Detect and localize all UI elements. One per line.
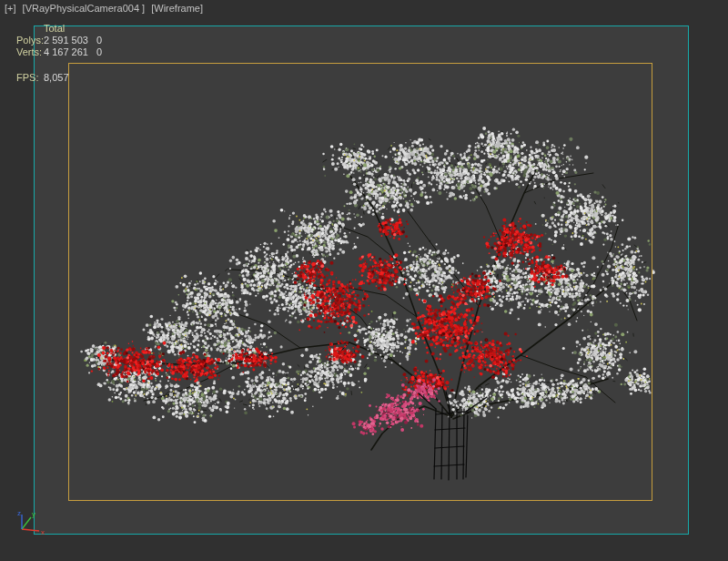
viewport-shading-menu[interactable]: [Wireframe] bbox=[151, 3, 203, 14]
viewport-label-bar: [+] [VRayPhysicalCamera004 ] [Wireframe] bbox=[5, 3, 207, 14]
3dsmax-viewport-window: { "viewport": { "label": { "general": "[… bbox=[0, 0, 728, 561]
viewport-general-menu[interactable]: [+] bbox=[5, 3, 16, 14]
viewport-canvas[interactable] bbox=[0, 0, 728, 561]
viewport-camera-menu[interactable]: [VRayPhysicalCamera004 ] bbox=[23, 3, 146, 14]
